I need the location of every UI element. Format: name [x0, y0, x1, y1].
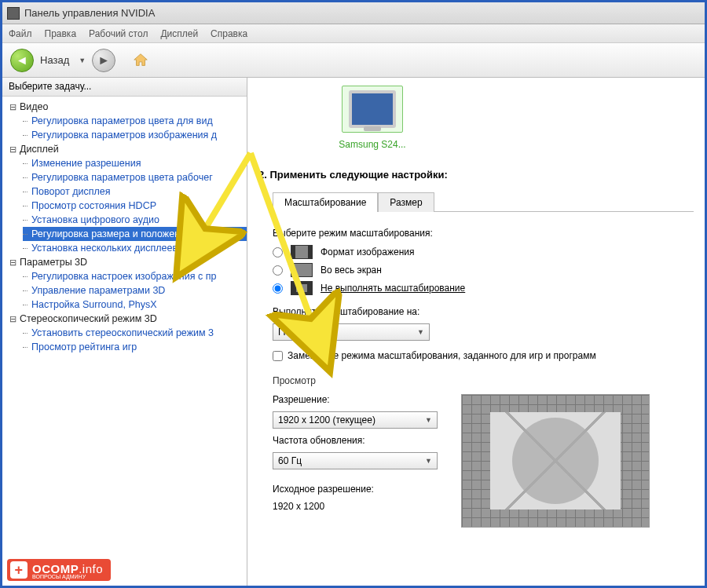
tree-group-video[interactable]: ⊟Видео [7, 100, 247, 114]
perform-on-select[interactable]: ГП ▼ [273, 323, 430, 341]
tree-group-3d[interactable]: ⊟Параметры 3D [7, 255, 247, 269]
back-dropdown-icon[interactable]: ▼ [79, 57, 86, 64]
monitor-label: Samsung S24... [339, 139, 405, 150]
radio-fullscreen-input[interactable] [273, 265, 283, 276]
resolution-select[interactable]: 1920 x 1200 (текущее)▼ [273, 411, 438, 429]
refresh-label: Частота обновления: [273, 435, 438, 446]
watermark-logo: + OCOMP.info ВОПРОСЫ АДМИНУ [7, 559, 111, 581]
chevron-down-icon: ▼ [425, 416, 432, 424]
tree-item[interactable]: Управление параметрами 3D [23, 283, 247, 298]
preview-label: Просмотр [273, 375, 694, 386]
tree-item[interactable]: Установка нескольких дисплеев [23, 241, 247, 255]
monitor-icon [349, 90, 396, 128]
perform-on-label: Выполнить масштабирование на: [273, 306, 694, 317]
native-res-label: Исходное разрешение: [273, 484, 438, 495]
menu-display[interactable]: Дисплей [160, 28, 198, 39]
preview-box [461, 394, 650, 528]
scaling-mode-label: Выберите режим масштабирования: [273, 228, 694, 239]
menu-edit[interactable]: Правка [45, 28, 77, 39]
tree-item[interactable]: Регулировка параметров цвета для вид [23, 114, 247, 128]
radio-noscaling-input[interactable] [273, 283, 283, 294]
tab-body-scaling: Выберите режим масштабирования: Формат и… [258, 212, 694, 528]
noscaling-icon [291, 281, 313, 295]
tab-scaling[interactable]: Масштабирование [273, 192, 378, 212]
tree-item[interactable]: Установка цифрового аудио [23, 213, 247, 227]
menu-help[interactable]: Справка [211, 28, 247, 39]
window-title: Панель управления NVIDIA [24, 7, 155, 19]
window-titlebar: Панель управления NVIDIA [2, 2, 705, 24]
tree-group-stereo[interactable]: ⊟Стереоскопический режим 3D [7, 312, 247, 326]
override-checkbox-row[interactable]: Замещение режима масштабирования, заданн… [273, 350, 694, 361]
back-button[interactable]: ◄ [10, 49, 34, 72]
fullscreen-icon [291, 263, 313, 277]
tab-size[interactable]: Размер [378, 192, 434, 212]
menubar: Файл Правка Рабочий стол Дисплей Справка [2, 24, 705, 43]
section-title: 2. Применить следующие настройки: [258, 169, 694, 181]
menu-desktop[interactable]: Рабочий стол [89, 28, 148, 39]
menu-file[interactable]: Файл [9, 28, 32, 39]
sidebar-header: Выберите задачу... [2, 78, 247, 97]
main-pane: Samsung S24... 2. Применить следующие на… [247, 78, 705, 586]
toolbar: ◄ Назад ▼ ► [2, 43, 705, 78]
resolution-label: Разрешение: [273, 394, 438, 405]
override-checkbox[interactable] [273, 351, 283, 361]
plus-icon: + [10, 561, 27, 579]
task-sidebar: Выберите задачу... ⊟Видео Регулировка па… [2, 78, 247, 586]
chevron-down-icon: ▼ [417, 328, 424, 336]
tree-item[interactable]: Просмотр рейтинга игр [23, 340, 247, 354]
tabs: Масштабирование Размер [273, 192, 694, 212]
tree-item[interactable]: Настройка Surround, PhysX [23, 298, 247, 312]
tree-item[interactable]: Регулировка параметров цвета рабочег [23, 170, 247, 184]
tree-item[interactable]: Просмотр состояния HDCP [23, 199, 247, 213]
radio-noscaling[interactable]: Не выполнять масштабирование [273, 281, 694, 295]
tree-item[interactable]: Регулировка параметров изображения д [23, 128, 247, 142]
tree-item-selected[interactable]: Регулировка размера и положения рабоч [23, 227, 247, 241]
tree-group-display[interactable]: ⊟Дисплей [7, 142, 247, 156]
content-area: Выберите задачу... ⊟Видео Регулировка па… [2, 78, 705, 586]
home-button[interactable] [130, 50, 152, 71]
tree-item[interactable]: Регулировка настроек изображения с пр [23, 269, 247, 283]
radio-aspect-input[interactable] [273, 247, 283, 257]
radio-fullscreen[interactable]: Во весь экран [273, 263, 694, 277]
refresh-select[interactable]: 60 Гц▼ [273, 452, 438, 469]
monitor-selector[interactable]: Samsung S24... [321, 86, 423, 150]
chevron-down-icon: ▼ [425, 457, 432, 465]
task-tree: ⊟Видео Регулировка параметров цвета для … [2, 97, 247, 357]
aspect-icon [291, 245, 313, 259]
back-label: Назад [40, 54, 69, 66]
radio-aspect[interactable]: Формат изображения [273, 245, 694, 259]
app-icon [7, 7, 20, 20]
tree-item[interactable]: Изменение разрешения [23, 156, 247, 170]
tree-item[interactable]: Установить стереоскопический режим 3 [23, 326, 247, 340]
native-res-value: 1920 x 1200 [273, 501, 438, 512]
forward-button[interactable]: ► [92, 49, 115, 72]
tree-item[interactable]: Поворот дисплея [23, 184, 247, 199]
